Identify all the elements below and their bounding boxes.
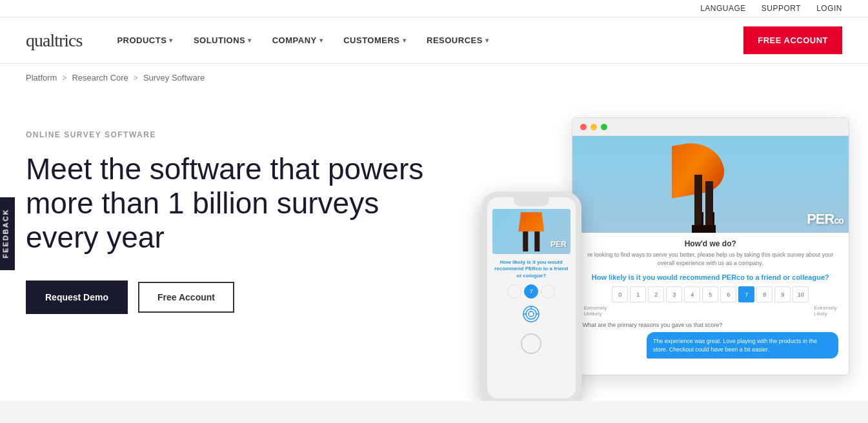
open-text-label: What are the primary reasons you gave us…	[583, 322, 838, 328]
chevron-down-icon: ▾	[403, 37, 407, 44]
nav-solutions[interactable]: SOLUTIONS ▾	[185, 30, 261, 50]
chevron-down-icon: ▾	[485, 37, 489, 44]
phone-fingerprint-area	[492, 304, 570, 324]
per-logo-browser: PERco	[807, 211, 843, 228]
nav-resources[interactable]: RESOURCES ▾	[418, 30, 498, 50]
survey-subtext: re looking to find ways to serve you bet…	[583, 251, 838, 267]
phone-survey-question: How likely is it you would recommend PER…	[492, 259, 570, 279]
phone-notch	[514, 197, 549, 206]
hero-title: Meet the software that powers more than …	[26, 152, 449, 255]
heel-left	[701, 212, 703, 225]
chevron-down-icon: ▾	[319, 37, 323, 44]
shoe-right	[703, 225, 716, 233]
phone-image-area: PER	[492, 209, 570, 254]
phone-rating-scale: 7	[492, 284, 570, 299]
hero-content: ONLINE SURVEY SOFTWARE Meet the software…	[26, 117, 475, 401]
main-navigation: qualtrics PRODUCTS ▾ SOLUTIONS ▾ COMPANY…	[0, 17, 868, 64]
fingerprint-icon	[521, 304, 541, 324]
nav-items: PRODUCTS ▾ SOLUTIONS ▾ COMPANY ▾ CUSTOME…	[108, 30, 743, 50]
phone-mockup: PER How likely is it you would recommend…	[481, 192, 581, 401]
phone-home-button[interactable]	[521, 333, 541, 354]
rating-7-active[interactable]: 7	[738, 286, 754, 302]
hero-eyebrow: ONLINE SURVEY SOFTWARE	[26, 130, 449, 139]
breadcrumb-research-core[interactable]: Research Core	[72, 73, 128, 83]
top-utility-bar: LANGUAGE SUPPORT LOGIN	[0, 0, 868, 17]
phone-rating-dot[interactable]	[507, 284, 521, 299]
browser-mockup: PERco How'd we do? re looking to find wa…	[572, 117, 849, 375]
rating-scale: 0 1 2 3 4 5 6 7 8 9 10	[583, 286, 838, 302]
chat-bubble: The experience was great. Love playing w…	[647, 332, 838, 359]
language-link[interactable]: LANGUAGE	[700, 4, 746, 13]
free-account-nav-button[interactable]: FREE ACCOUNT	[743, 26, 842, 54]
phone-rating-7-active[interactable]: 7	[524, 284, 538, 299]
heel-right	[712, 212, 714, 225]
svg-point-2	[529, 311, 534, 317]
browser-bar	[572, 118, 849, 136]
hero-section: ONLINE SURVEY SOFTWARE Meet the software…	[0, 92, 868, 401]
rating-1[interactable]: 1	[630, 286, 646, 302]
leg-left	[694, 175, 702, 233]
rating-2[interactable]: 2	[648, 286, 664, 302]
breadcrumb-separator-2: >	[134, 74, 138, 83]
rating-9[interactable]: 9	[774, 286, 791, 302]
scale-label-left: ExtremelyUnlikely	[584, 305, 607, 317]
phone-rating-dot-2[interactable]	[541, 284, 555, 299]
free-account-hero-button[interactable]: Free Account	[138, 282, 234, 313]
breadcrumb: Platform > Research Core > Survey Softwa…	[0, 64, 868, 92]
rating-5[interactable]: 5	[702, 286, 718, 302]
rating-10[interactable]: 10	[792, 286, 809, 302]
phone-dress	[518, 212, 544, 231]
browser-content: PERco How'd we do? re looking to find wa…	[572, 136, 849, 375]
rating-8[interactable]: 8	[756, 286, 772, 302]
chevron-down-icon: ▾	[169, 37, 173, 44]
svg-point-1	[526, 309, 536, 319]
breadcrumb-separator-1: >	[62, 74, 66, 83]
hero-image-area: PERco How'd we do? re looking to find wa…	[475, 117, 849, 401]
hero-buttons: Request Demo Free Account	[26, 280, 449, 314]
survey-q2: How likely is it you would recommend PER…	[583, 273, 838, 281]
bottom-section	[0, 401, 868, 423]
rating-3[interactable]: 3	[666, 286, 682, 302]
support-link[interactable]: SUPPORT	[762, 4, 801, 13]
chevron-down-icon: ▾	[248, 37, 252, 44]
fashion-figure	[672, 143, 749, 233]
breadcrumb-current: Survey Software	[143, 73, 205, 83]
browser-dot-close	[580, 124, 587, 130]
nav-products[interactable]: PRODUCTS ▾	[108, 30, 181, 50]
survey-question-text: How'd we do?	[583, 239, 838, 248]
nav-customers[interactable]: CUSTOMERS ▾	[334, 30, 415, 50]
scale-label-right: ExtremelyLikely	[814, 305, 837, 317]
survey-content-area: How'd we do? re looking to find ways to …	[572, 233, 849, 365]
logo[interactable]: qualtrics	[26, 30, 82, 51]
request-demo-button[interactable]: Request Demo	[26, 280, 128, 314]
browser-dot-minimize	[590, 124, 597, 130]
fashion-image: PERco	[572, 136, 849, 233]
scale-labels: ExtremelyUnlikely ExtremelyLikely	[583, 305, 838, 317]
feedback-tab[interactable]: FEEDBACK	[0, 197, 15, 270]
rating-6[interactable]: 6	[720, 286, 736, 302]
breadcrumb-platform[interactable]: Platform	[26, 73, 57, 83]
phone-per-logo: PER	[550, 240, 567, 249]
leg-right	[705, 181, 713, 233]
browser-dot-maximize	[601, 124, 607, 130]
login-link[interactable]: LOGIN	[816, 4, 842, 13]
phone-screen: PER How likely is it you would recommend…	[487, 209, 576, 324]
nav-company[interactable]: COMPANY ▾	[263, 30, 332, 50]
rating-0[interactable]: 0	[612, 286, 628, 302]
rating-4[interactable]: 4	[684, 286, 700, 302]
